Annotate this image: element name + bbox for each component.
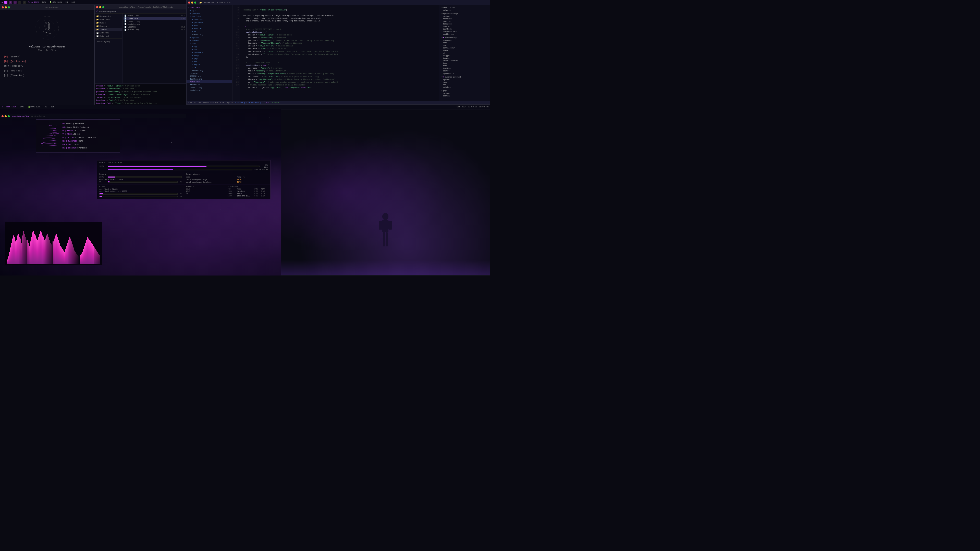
rp-dotfilesdir[interactable]: dotfilesDir xyxy=(441,47,488,49)
rp-outputs[interactable]: outputs xyxy=(441,9,488,11)
tree-lang[interactable]: ▶ lang xyxy=(186,54,232,57)
rp-spawnedit[interactable]: spawnEditor xyxy=(441,72,488,75)
tree-readme-profiles[interactable]: README.org xyxy=(186,33,232,36)
rp-nixpkgs-system[interactable]: system xyxy=(441,78,488,81)
browser-menu-quickmarks[interactable]: [b] [Quickmarks] xyxy=(3,59,92,64)
fm-file-flake-lock[interactable]: 📄 flake.lock 27.5 K xyxy=(124,14,188,17)
tree-harden[interactable]: harden.sh xyxy=(186,83,232,86)
fm-sidebar-documents[interactable]: 📁 Documents xyxy=(95,14,122,18)
fm-min[interactable] xyxy=(99,6,101,8)
tree-user[interactable]: ▼ user xyxy=(186,42,232,44)
tree-patches[interactable]: ▶ patches xyxy=(186,12,232,15)
tree-personal[interactable]: ▶ personal xyxy=(186,21,232,24)
fm-sidebar-tmp[interactable]: Tmp-Staging xyxy=(95,40,122,43)
rp-locale[interactable]: locale xyxy=(441,25,488,28)
tree-flake-nix[interactable]: flake.nix xyxy=(186,80,232,83)
tree-profiles[interactable]: ▼ profiles xyxy=(186,15,232,17)
status-filepath: .dotfiles/flake.nix xyxy=(197,102,218,103)
tree-worklab[interactable]: ▶ worklab xyxy=(186,27,232,30)
rp-nixpkgs-patches[interactable]: patches xyxy=(441,86,488,89)
nf-min[interactable] xyxy=(5,115,6,118)
fm-file-license[interactable]: 📄 LICENSE 34.2 K xyxy=(124,25,188,28)
tree-themes[interactable]: ▶ themes xyxy=(186,39,232,42)
fm-max[interactable] xyxy=(102,6,104,8)
tree-readme-root[interactable]: README.org xyxy=(186,75,232,78)
nf-max[interactable] xyxy=(8,115,10,118)
rp-pkgs-config[interactable]: config xyxy=(441,95,488,97)
rp-nixpkgs-src[interactable]: src xyxy=(441,83,488,86)
fm-file-readme[interactable]: 📄 README.org 34.2 K xyxy=(124,28,188,31)
rp-wm[interactable]: wm xyxy=(441,52,488,54)
rp-profile[interactable]: profile xyxy=(441,20,488,23)
code-file-tab[interactable]: flake.nix × xyxy=(217,2,231,4)
rp-system-settings[interactable]: ▼ systemSettings xyxy=(441,13,488,15)
maximize-dot[interactable] xyxy=(8,6,10,8)
tree-work[interactable]: ▶ work xyxy=(186,24,232,27)
fm-sidebar-external2[interactable]: 💾 External xyxy=(95,35,122,38)
tree-bin[interactable]: ▶ bin xyxy=(186,48,232,51)
rp-description[interactable]: ▼ description xyxy=(441,6,488,9)
rp-term[interactable]: term xyxy=(441,62,488,65)
rp-font[interactable]: font xyxy=(441,65,488,67)
rp-timezone[interactable]: timezone xyxy=(441,23,488,25)
nf-close[interactable] xyxy=(2,115,3,118)
tree-install-org[interactable]: install.org xyxy=(186,86,232,89)
rp-hostname[interactable]: hostname xyxy=(441,17,488,20)
minimize-dot[interactable] xyxy=(5,6,7,8)
rp-pkgs-system[interactable]: system xyxy=(441,92,488,95)
rp-name[interactable]: name xyxy=(441,41,488,44)
browser-menu-closetab[interactable]: [x] [Close tab] xyxy=(3,73,92,78)
close-dot[interactable] xyxy=(2,6,4,8)
tree-shell[interactable]: ▶ shell xyxy=(186,60,232,63)
tree-pkgs[interactable]: ▶ pkgs xyxy=(186,57,232,60)
ws-1[interactable]: 1 xyxy=(4,1,7,4)
rp-system[interactable]: system xyxy=(441,15,488,17)
fm-close[interactable] xyxy=(96,6,98,8)
fm-sidebar-downloads[interactable]: 📁 Downloads xyxy=(95,18,122,21)
rp-defaultroamdir[interactable]: defaultRoamDir xyxy=(441,59,488,62)
tree-desktop[interactable]: desktop.png xyxy=(186,78,232,80)
tree-system[interactable]: ▶ system xyxy=(186,36,232,39)
rp-grubdevice[interactable]: grubDevice xyxy=(441,33,488,35)
rp-browser[interactable]: browser xyxy=(441,57,488,59)
browser-menu-history[interactable]: [$ h] [History] xyxy=(3,64,92,68)
fm-sidebar-themes[interactable]: 📁 Themes xyxy=(95,28,122,31)
tree-hardware[interactable]: ▶ hardware xyxy=(186,51,232,54)
rp-username[interactable]: username xyxy=(441,39,488,41)
browser-menu-search[interactable]: [o] [Search] xyxy=(3,55,92,59)
code-min[interactable] xyxy=(191,2,193,3)
tree-homelab[interactable]: ▶ home.lab xyxy=(186,17,232,21)
tree-wm[interactable]: ▶ wm xyxy=(186,66,232,69)
ws-4[interactable]: 4 xyxy=(18,1,21,4)
code-close[interactable] xyxy=(188,2,190,3)
rp-nixpkgs[interactable]: ▼ ▼ nixpkgs-patched xyxy=(441,76,488,78)
rp-theme[interactable]: theme xyxy=(441,49,488,52)
rp-pkgs[interactable]: ▶ pkgs xyxy=(441,89,488,92)
fm-file-flake-nix[interactable]: 📄 flake.nix 2.26 K xyxy=(124,17,188,20)
ws-2[interactable]: 2 xyxy=(9,1,12,4)
tree-install-sh[interactable]: install.sh xyxy=(186,89,232,92)
fm-sidebar-music[interactable]: 📁 Music xyxy=(95,21,122,24)
fm-sidebar-external1[interactable]: 💾 External xyxy=(95,31,122,35)
rp-nixpkgs-name[interactable]: name xyxy=(441,81,488,83)
tree-style[interactable]: ▶ style xyxy=(186,63,232,66)
rp-editor[interactable]: editor xyxy=(441,70,488,72)
tree-git[interactable]: ▶ .git xyxy=(186,9,232,12)
rp-bootmode[interactable]: bootMode xyxy=(441,28,488,30)
fm-sidebar-movies[interactable]: 📁 Movies xyxy=(95,24,122,28)
rp-bootmountpath[interactable]: bootMountPath xyxy=(441,30,488,33)
fm-file-install-org2[interactable]: 📄 install.org xyxy=(124,23,188,25)
fm-file-install-org1[interactable]: 📄 install.org xyxy=(124,20,188,23)
tree-readme-user[interactable]: README.org xyxy=(186,69,232,72)
tree-license[interactable]: LICENSE xyxy=(186,72,232,75)
ws-5[interactable]: 5 xyxy=(23,1,26,4)
browser-menu-newtab[interactable]: [t] [New tab] xyxy=(3,68,92,73)
rp-fontpkg[interactable]: fontPkg xyxy=(441,67,488,70)
tree-wsl[interactable]: ▶ wsl xyxy=(186,30,232,33)
tree-app[interactable]: ▶ app xyxy=(186,44,232,48)
rp-email[interactable]: email xyxy=(441,44,488,47)
ws-3[interactable]: 3 xyxy=(14,1,17,4)
rp-wmtype[interactable]: wmType xyxy=(441,54,488,57)
rp-user-settings[interactable]: ▼ ▼ userSettings xyxy=(441,37,488,39)
code-max[interactable] xyxy=(194,2,196,3)
